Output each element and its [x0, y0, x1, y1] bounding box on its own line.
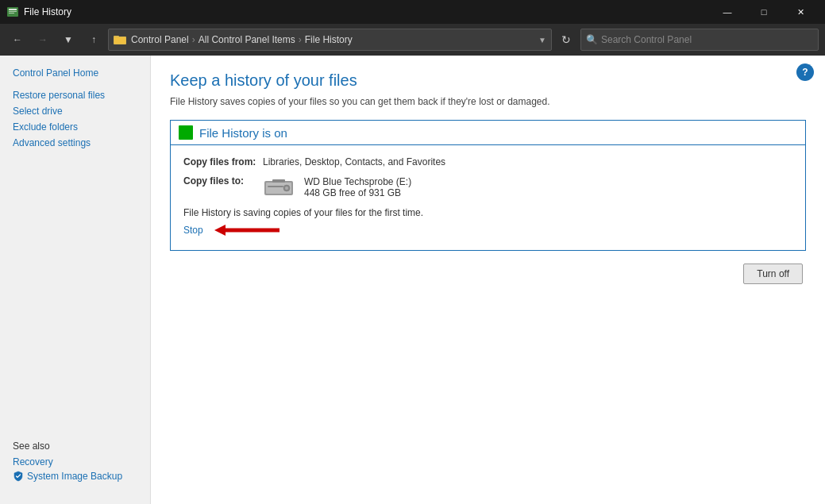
sidebar-item-select-drive[interactable]: Select drive — [0, 103, 150, 119]
help-button[interactable]: ? — [796, 63, 814, 81]
svg-rect-1 — [9, 9, 17, 10]
copy-files-to-row: Copy files to: — [183, 175, 792, 199]
stop-link[interactable]: Stop — [183, 225, 203, 236]
breadcrumb-all-items[interactable]: All Control Panel Items — [199, 34, 295, 45]
maximize-button[interactable]: □ — [746, 0, 782, 24]
minimize-button[interactable]: — — [709, 0, 746, 24]
back-button[interactable]: ← — [6, 29, 29, 51]
sidebar-recovery-link[interactable]: Recovery — [13, 456, 137, 467]
svg-rect-6 — [114, 37, 125, 44]
svg-rect-3 — [9, 13, 14, 13]
sidebar-item-restore-personal-files[interactable]: Restore personal files — [0, 87, 150, 103]
copy-files-from-label: Copy files from: — [183, 156, 263, 167]
red-arrow-annotation — [208, 221, 287, 239]
copy-files-from-value: Libraries, Desktop, Contacts, and Favori… — [263, 156, 445, 167]
search-box: 🔍 — [580, 29, 819, 51]
address-bar: ← → ▼ ↑ Control Panel › All Control Pane… — [0, 24, 825, 56]
window-title: File History — [24, 6, 709, 17]
copy-files-from-row: Copy files from: Libraries, Desktop, Con… — [183, 156, 792, 167]
breadcrumb-dropdown-icon[interactable]: ▼ — [538, 36, 546, 44]
saving-message: File History is saving copies of your fi… — [183, 207, 792, 218]
sidebar-item-exclude-folders[interactable]: Exclude folders — [0, 119, 150, 135]
window-controls: — □ ✕ — [709, 0, 819, 24]
page-title: Keep a history of your files — [170, 71, 806, 90]
search-icon: 🔍 — [586, 34, 598, 45]
svg-rect-2 — [9, 11, 17, 12]
shield-icon — [13, 471, 24, 482]
sidebar-see-also-section: See also Recovery System Image Backup — [0, 431, 150, 494]
drive-name: WD Blue Techsprobe (E:) — [304, 176, 411, 187]
refresh-button[interactable]: ↻ — [555, 29, 577, 51]
svg-rect-5 — [114, 36, 119, 37]
status-header: File History is on — [171, 121, 805, 145]
breadcrumb-control-panel[interactable]: Control Panel — [131, 34, 189, 45]
breadcrumb-file-history[interactable]: File History — [305, 34, 353, 45]
copy-files-to-label: Copy files to: — [183, 175, 263, 199]
recent-locations-button[interactable]: ▼ — [57, 29, 79, 51]
saving-message-row: File History is saving copies of your fi… — [183, 207, 792, 239]
svg-marker-14 — [214, 225, 226, 236]
sidebar-item-control-panel-home[interactable]: Control Panel Home — [0, 65, 150, 81]
page-content-area: ? Keep a history of your files File Hist… — [151, 56, 825, 504]
drive-icon — [263, 175, 295, 199]
sidebar-system-image-backup-link[interactable]: System Image Backup — [13, 471, 137, 482]
forward-button[interactable]: → — [32, 29, 54, 51]
sidebar-item-advanced-settings[interactable]: Advanced settings — [0, 135, 150, 151]
page-description: File History saves copies of your files … — [170, 96, 806, 107]
drive-text: WD Blue Techsprobe (E:) 448 GB free of 9… — [304, 176, 411, 198]
svg-rect-9 — [272, 179, 285, 183]
action-row: Turn off — [170, 264, 806, 284]
folder-icon — [114, 33, 126, 46]
status-on-indicator — [179, 125, 193, 140]
turn-off-button[interactable]: Turn off — [743, 264, 803, 284]
search-input[interactable] — [601, 34, 813, 45]
sidebar: Control Panel Home Restore personal file… — [0, 56, 151, 504]
file-history-status-box: File History is on Copy files from: Libr… — [170, 120, 806, 251]
see-also-label: See also — [13, 441, 137, 452]
drive-space: 448 GB free of 931 GB — [304, 187, 411, 198]
title-bar: File History — □ ✕ — [0, 0, 825, 24]
drive-info: WD Blue Techsprobe (E:) 448 GB free of 9… — [263, 175, 411, 199]
up-button[interactable]: ↑ — [83, 29, 105, 51]
close-button[interactable]: ✕ — [782, 0, 819, 24]
status-title: File History is on — [199, 126, 287, 140]
breadcrumb: Control Panel › All Control Panel Items … — [108, 29, 552, 51]
status-details: Copy files from: Libraries, Desktop, Con… — [171, 145, 805, 250]
svg-rect-10 — [268, 186, 283, 187]
svg-point-12 — [285, 187, 288, 190]
main-content: Control Panel Home Restore personal file… — [0, 56, 825, 504]
app-icon — [6, 6, 19, 18]
